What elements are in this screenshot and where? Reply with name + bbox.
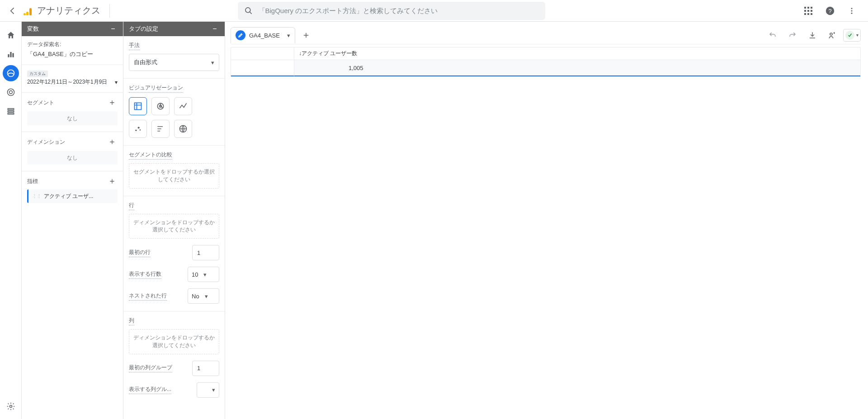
- show-col-groups-select[interactable]: ▾: [197, 382, 219, 398]
- nav-explore[interactable]: [3, 65, 19, 81]
- svg-point-28: [135, 130, 137, 131]
- viz-scatter-button[interactable]: [129, 120, 147, 138]
- add-segment-button[interactable]: [107, 97, 118, 108]
- start-col-group-input[interactable]: 1: [192, 361, 219, 376]
- svg-rect-5: [807, 10, 809, 12]
- nav-rail: [0, 22, 22, 419]
- ga-logo-icon: [24, 5, 34, 16]
- add-tab-button[interactable]: [298, 27, 314, 43]
- start-row-label: 最初の行: [129, 249, 151, 257]
- svg-point-0: [245, 7, 250, 12]
- svg-rect-8: [807, 13, 809, 15]
- download-button[interactable]: [803, 26, 821, 44]
- technique-select[interactable]: 自由形式 ▾: [129, 54, 219, 71]
- caret-down-icon: ▾: [856, 33, 859, 38]
- table-row-header: [231, 60, 294, 76]
- svg-rect-7: [804, 13, 806, 15]
- help-icon[interactable]: ?: [821, 2, 839, 20]
- drag-handle-icon: ⋮⋮: [32, 193, 41, 199]
- variables-title: 変数: [27, 25, 39, 33]
- viz-line-button[interactable]: [174, 97, 192, 115]
- segments-label: セグメント: [27, 99, 54, 107]
- undo-button[interactable]: [764, 26, 782, 44]
- exploration-name-label: データ探索名:: [27, 41, 118, 48]
- viz-table-button[interactable]: [129, 97, 147, 115]
- svg-point-13: [851, 10, 853, 11]
- start-row-input[interactable]: 1: [192, 245, 219, 260]
- metric-value-cell: 1,005: [294, 60, 860, 76]
- svg-rect-15: [8, 54, 9, 57]
- caret-down-icon: ▾: [205, 293, 208, 300]
- svg-rect-21: [8, 108, 14, 110]
- svg-point-30: [140, 129, 141, 131]
- search-input[interactable]: [259, 7, 539, 14]
- add-dimension-button[interactable]: [107, 137, 118, 147]
- technique-value: 自由形式: [134, 58, 157, 66]
- canvas-area: GA4_BASE ▾: [225, 22, 868, 419]
- start-col-group-label: 最初の列グループ: [129, 364, 172, 372]
- nav-admin[interactable]: [3, 398, 19, 414]
- product-name: アナリティクス: [37, 5, 100, 17]
- svg-rect-3: [811, 7, 812, 9]
- caret-down-icon: ▾: [212, 386, 215, 393]
- date-range-value: 2022年12月11日～2023年1月9日: [27, 78, 107, 86]
- metric-chip-label: アクティブ ユーザ...: [44, 193, 93, 200]
- viz-geo-button[interactable]: [174, 120, 192, 138]
- sample-status-button[interactable]: ▾: [843, 29, 861, 42]
- svg-rect-17: [12, 53, 14, 57]
- share-button[interactable]: [823, 26, 841, 44]
- date-range-picker[interactable]: 2022年12月11日～2023年1月9日 ▾: [27, 78, 118, 86]
- svg-rect-23: [8, 113, 14, 114]
- svg-point-14: [851, 12, 853, 14]
- exploration-name-value[interactable]: 「GA4_BASE」のコピー: [27, 50, 118, 58]
- caret-down-icon: ▾: [211, 59, 214, 66]
- search-bar[interactable]: [238, 2, 545, 20]
- tab-label: GA4_BASE: [249, 32, 280, 39]
- product-logo: アナリティクス: [24, 4, 110, 18]
- show-rows-select[interactable]: 10 ▾: [188, 267, 219, 282]
- svg-rect-25: [135, 103, 142, 110]
- add-metric-button[interactable]: [107, 176, 118, 187]
- metric-chip-active-users[interactable]: ⋮⋮ アクティブ ユーザ...: [27, 189, 118, 203]
- segment-compare-dropzone[interactable]: セグメントをドロップするか選択してください: [129, 163, 219, 188]
- table-corner: [231, 47, 294, 60]
- caret-down-icon: ▾: [115, 79, 118, 85]
- variables-panel: 変数 − データ探索名: 「GA4_BASE」のコピー カスタム 2022年12…: [22, 22, 123, 419]
- nav-home[interactable]: [3, 27, 19, 43]
- svg-point-20: [9, 91, 12, 94]
- viz-donut-button[interactable]: [151, 97, 170, 115]
- nested-rows-select[interactable]: No ▾: [188, 288, 219, 304]
- minimize-variables-button[interactable]: −: [108, 24, 118, 33]
- nav-advertising[interactable]: [3, 84, 19, 100]
- show-rows-label: 表示する行数: [129, 270, 161, 279]
- viz-bar-button[interactable]: [151, 120, 170, 138]
- metric-column-header[interactable]: ↓アクティブ ユーザー数: [294, 47, 860, 60]
- redo-button[interactable]: [783, 26, 802, 44]
- exploration-tab[interactable]: GA4_BASE ▾: [231, 27, 295, 43]
- metrics-label: 指標: [27, 178, 38, 185]
- check-icon: [845, 31, 854, 40]
- date-range-badge: カスタム: [27, 71, 48, 77]
- settings-panel-header: タブの設定 −: [123, 22, 225, 36]
- svg-rect-4: [804, 10, 806, 12]
- back-button[interactable]: [4, 2, 22, 20]
- svg-point-32: [830, 33, 832, 35]
- edit-icon: [236, 30, 245, 40]
- show-col-groups-label: 表示する列グル...: [129, 386, 171, 394]
- nav-configure[interactable]: [3, 103, 19, 119]
- nav-reports[interactable]: [3, 46, 19, 62]
- rows-label: 行: [129, 202, 134, 210]
- rows-dropzone[interactable]: ディメンションをドロップするか選択してください: [129, 214, 219, 239]
- apps-icon[interactable]: [799, 2, 817, 20]
- segment-compare-label: セグメントの比較: [129, 151, 172, 160]
- viz-label: ビジュアリゼーション: [129, 84, 183, 93]
- cols-dropzone[interactable]: ディメンションをドロップするか選択してください: [129, 329, 219, 354]
- svg-text:?: ?: [828, 7, 831, 14]
- settings-title: タブの設定: [129, 25, 158, 33]
- more-menu-icon[interactable]: [843, 2, 861, 20]
- technique-label: 手法: [129, 42, 140, 50]
- caret-down-icon: ▾: [203, 271, 207, 278]
- cols-label: 列: [129, 317, 134, 325]
- minimize-settings-button[interactable]: −: [210, 24, 219, 33]
- svg-point-19: [7, 89, 14, 96]
